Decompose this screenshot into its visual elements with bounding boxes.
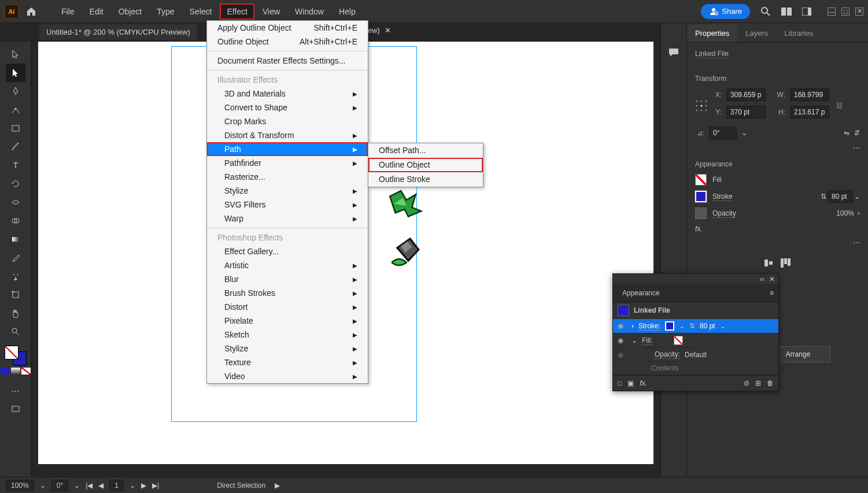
menu-file[interactable]: File <box>54 3 82 20</box>
document-tab[interactable]: Untitled-1* @ 200 % (CMYK/CPU Preview) <box>39 24 197 40</box>
menu-window[interactable]: Window <box>288 3 331 20</box>
type-tool[interactable]: T <box>6 156 25 175</box>
tab-libraries[interactable]: Libraries <box>776 24 821 42</box>
fill-stroke-swatch[interactable] <box>5 346 27 365</box>
more-appearance-icon[interactable]: ⋯ <box>853 239 860 247</box>
home-icon[interactable] <box>25 6 37 17</box>
stroke-weight-dropdown-icon[interactable]: ⌄ <box>720 322 726 330</box>
menu-3d[interactable]: 3D and Materials▶ <box>207 87 368 101</box>
paintbrush-tool[interactable] <box>6 138 25 156</box>
menu-texture[interactable]: Texture▶ <box>207 355 368 369</box>
opacity-label[interactable]: Opacity <box>712 209 736 218</box>
stroke-label[interactable]: Stroke <box>712 192 733 201</box>
submenu-outline-object[interactable]: Outline Object <box>368 158 483 172</box>
expand-icon[interactable]: › <box>631 322 634 330</box>
rotate-tool[interactable] <box>6 175 25 193</box>
menu-artistic[interactable]: Artistic▶ <box>207 258 368 272</box>
status-menu-icon[interactable]: ▶ <box>275 481 280 490</box>
stroke-color-dropdown-icon[interactable]: ⌄ <box>679 322 685 330</box>
menu-pixelate[interactable]: Pixelate▶ <box>207 314 368 328</box>
menu-rasterize[interactable]: Rasterize... <box>207 170 368 184</box>
color-mode-swatches[interactable] <box>1 368 31 375</box>
clear-icon[interactable]: ⊘ <box>744 379 749 387</box>
flip-h-icon[interactable]: ⇋ <box>844 129 849 137</box>
angle-dropdown-icon[interactable]: ⌄ <box>741 129 747 137</box>
h-input[interactable] <box>790 106 829 118</box>
panel-close-icon[interactable]: ✕ <box>769 275 775 283</box>
fx-add-icon[interactable]: fx. <box>640 379 647 387</box>
appearance-linked-row[interactable]: Linked File <box>613 302 778 319</box>
flip-v-icon[interactable]: ⇵ <box>854 129 860 137</box>
tab-properties[interactable]: Properties <box>687 24 737 42</box>
submenu-outline-stroke[interactable]: Outline Stroke <box>368 172 483 187</box>
stroke-weight-input[interactable] <box>828 190 853 203</box>
visibility-icon-3[interactable]: ◉ <box>618 351 627 359</box>
gradient-tool[interactable] <box>6 230 25 249</box>
appearance-stroke-row[interactable]: ◉ › Stroke: ⌄ ⇅ 80 pt ⌄ <box>613 319 778 333</box>
menu-distort-ps[interactable]: Distort▶ <box>207 300 368 314</box>
appearance-fill-row[interactable]: ◉ ⌄ Fill: <box>613 333 778 348</box>
menu-object[interactable]: Object <box>112 3 149 20</box>
fill-color-swatch[interactable] <box>674 336 683 345</box>
menu-raster-settings[interactable]: Document Raster Effects Settings... <box>207 54 368 68</box>
direct-selection-tool[interactable] <box>6 64 25 82</box>
menu-video[interactable]: Video▶ <box>207 369 368 383</box>
artboard-dropdown-icon[interactable]: ⌄ <box>130 481 135 490</box>
fx-icon[interactable]: fx. <box>695 225 703 233</box>
artboard-tool[interactable] <box>6 286 25 304</box>
menu-blur[interactable]: Blur▶ <box>207 272 368 286</box>
placed-artwork[interactable] <box>374 189 443 270</box>
menu-effect[interactable]: Effect <box>220 3 254 20</box>
menu-view[interactable]: View <box>256 3 287 20</box>
duplicate-icon[interactable]: ⊞ <box>755 379 761 387</box>
menu-convert-shape[interactable]: Convert to Shape▶ <box>207 101 368 114</box>
stroke-stepper-icon[interactable]: ⇅ <box>821 192 826 201</box>
appearance-contents-row[interactable]: Contents <box>613 362 778 375</box>
stroke-color-swatch[interactable] <box>665 321 674 331</box>
comments-panel-icon[interactable] <box>668 47 679 58</box>
opacity-arrow-icon[interactable]: › <box>858 209 860 217</box>
expand-icon-2[interactable]: ⌄ <box>631 336 637 344</box>
menu-stylize-ps[interactable]: Stylize▶ <box>207 342 368 355</box>
rotate-dropdown-icon[interactable]: ⌄ <box>74 481 80 490</box>
visibility-icon-2[interactable]: ◉ <box>618 336 627 344</box>
align-icon-2[interactable] <box>781 258 791 268</box>
artboard-prev-icon[interactable]: |◀ <box>86 481 93 490</box>
shape-builder-tool[interactable] <box>6 212 25 230</box>
share-button[interactable]: + Share <box>701 4 750 19</box>
menu-type[interactable]: Type <box>150 3 181 20</box>
reference-point-icon[interactable] <box>695 99 708 112</box>
trash-icon[interactable]: 🗑 <box>767 379 774 387</box>
edit-toolbar-icon[interactable]: ⋯ <box>6 381 25 400</box>
visibility-icon[interactable]: ◉ <box>618 322 627 330</box>
zoom-dropdown-icon[interactable]: ⌄ <box>40 481 46 490</box>
menu-distort-transform[interactable]: Distort & Transform▶ <box>207 128 368 142</box>
menu-effect-gallery[interactable]: Effect Gallery... <box>207 244 368 258</box>
menu-pathfinder[interactable]: Pathfinder▶ <box>207 156 368 170</box>
menu-sketch[interactable]: Sketch▶ <box>207 328 368 342</box>
panel-collapse-icon[interactable]: ‹‹ <box>760 275 764 283</box>
menu-brush-strokes[interactable]: Brush Strokes▶ <box>207 286 368 300</box>
close-tab-icon[interactable]: ✕ <box>385 26 391 35</box>
menu-apply-last-effect[interactable]: Apply Outline ObjectShift+Ctrl+E <box>207 21 368 35</box>
hand-tool[interactable] <box>6 304 25 323</box>
workspace-icon[interactable] <box>802 8 811 16</box>
artboard-back-icon[interactable]: ◀ <box>98 481 104 490</box>
rectangle-tool[interactable] <box>6 119 25 138</box>
opacity-swatch-icon[interactable] <box>695 207 707 219</box>
appearance-opacity-row[interactable]: ◉ Opacity: Default <box>613 348 778 362</box>
artboard-last-icon[interactable]: ▶| <box>152 481 159 490</box>
stroke-swatch-prop[interactable] <box>695 191 707 202</box>
link-wh-icon[interactable]: ⛓ <box>836 102 843 110</box>
tab-layers[interactable]: Layers <box>737 24 776 42</box>
eyedropper-tool[interactable] <box>6 249 25 267</box>
fill-swatch-prop[interactable] <box>695 174 707 186</box>
rotate-view-field[interactable]: 0° <box>51 480 68 491</box>
window-maximize-icon[interactable]: □ <box>841 8 849 16</box>
angle-input[interactable] <box>709 127 737 139</box>
x-input[interactable] <box>726 88 766 101</box>
menu-stylize-ai[interactable]: Stylize▶ <box>207 184 368 198</box>
w-input[interactable] <box>790 88 829 101</box>
submenu-offset-path[interactable]: Offset Path... <box>368 143 483 158</box>
zoom-tool[interactable] <box>6 323 25 341</box>
